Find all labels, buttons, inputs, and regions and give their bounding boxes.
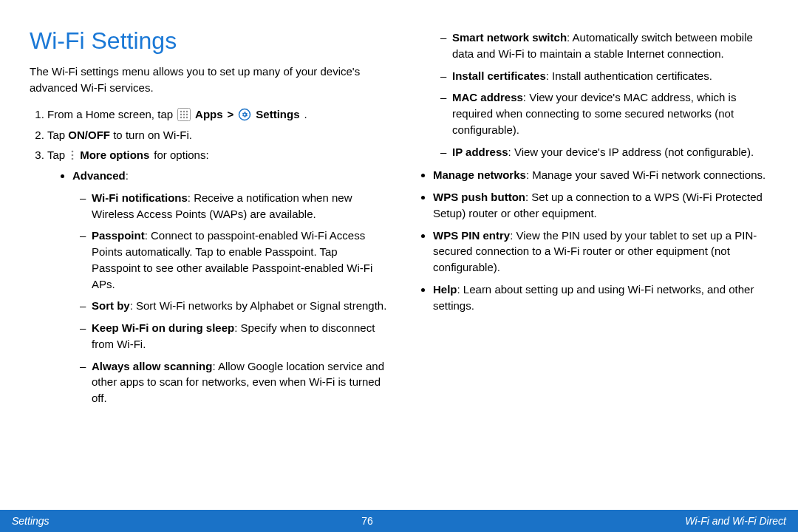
page-number: 76 <box>361 515 373 527</box>
svg-point-5 <box>183 114 185 115</box>
item-term: Manage networks <box>433 168 526 181</box>
advanced-label: Advanced <box>72 169 126 182</box>
manual-page: Wi-Fi Settings The Wi-Fi settings menu a… <box>0 0 798 532</box>
item-desc: : View your device's IP address (not con… <box>508 146 754 158</box>
advanced-sublist: Wi-Fi notifications: Receive a notificat… <box>72 190 387 406</box>
svg-point-3 <box>186 111 188 112</box>
list-item: Keep Wi-Fi on during sleep: Specify when… <box>84 320 387 352</box>
item-term: WPS push button <box>433 191 525 203</box>
apps-label: Apps <box>195 106 223 123</box>
more-options-icon <box>69 149 75 161</box>
svg-point-4 <box>180 114 182 115</box>
item-term: Passpoint <box>92 229 145 242</box>
page-footer: Settings 76 Wi-Fi and Wi-Fi Direct <box>0 510 798 532</box>
svg-point-10 <box>239 109 250 120</box>
svg-point-9 <box>186 117 188 118</box>
apps-icon <box>177 108 191 121</box>
footer-left: Settings <box>12 515 50 527</box>
list-item: WPS push button: Set up a connection to … <box>433 189 768 222</box>
svg-point-7 <box>180 117 182 118</box>
list-item: WPS PIN entry: View the PIN used by your… <box>433 228 768 276</box>
intro-text: The Wi-Fi settings menu allows you to se… <box>30 64 387 96</box>
list-item: Smart network switch: Automatically swit… <box>445 30 768 62</box>
step-3: Tap More options for options: Advanced: … <box>47 147 387 406</box>
item-term: MAC address <box>452 91 523 103</box>
list-item: Wi-Fi notifications: Receive a notificat… <box>84 190 387 222</box>
list-item: Manage networks: Manage your saved Wi-Fi… <box>433 167 768 183</box>
period: . <box>304 106 307 123</box>
step-text: for options: <box>154 147 208 163</box>
item-desc: : Manage your saved Wi-Fi network connec… <box>526 168 765 181</box>
item-desc: : Learn about setting up and using Wi-Fi… <box>433 283 754 312</box>
list-item: Install certificates: Install authentica… <box>445 68 768 84</box>
item-term: Smart network switch <box>452 31 567 44</box>
step-text: Tap <box>47 129 68 141</box>
item-desc: : Install authentication certificates. <box>546 69 712 82</box>
gear-icon <box>238 108 251 121</box>
separator: > <box>228 106 234 123</box>
item-term: Keep Wi-Fi on during sleep <box>92 321 234 334</box>
list-item: MAC address: View your device's MAC addr… <box>445 89 768 137</box>
svg-point-1 <box>180 111 182 112</box>
svg-point-12 <box>72 154 74 157</box>
svg-point-2 <box>183 111 185 112</box>
step-text: From a Home screen, tap <box>47 106 173 123</box>
svg-point-8 <box>183 117 185 118</box>
page-title: Wi-Fi Settings <box>30 24 387 58</box>
settings-label: Settings <box>256 106 299 123</box>
item-term: WPS PIN entry <box>433 229 510 242</box>
options-list: Manage networks: Manage your saved Wi-Fi… <box>421 167 768 313</box>
left-column: Wi-Fi Settings The Wi-Fi settings menu a… <box>30 24 387 510</box>
item-term: Install certificates <box>452 69 546 82</box>
item-term: Sort by <box>92 299 130 312</box>
right-column: Smart network switch: Automatically swit… <box>411 24 768 510</box>
list-item: Passpoint: Connect to passpoint-enabled … <box>84 228 387 292</box>
item-term: Help <box>433 283 457 296</box>
advanced-bullet: Advanced: Wi-Fi notifications: Receive a… <box>59 168 387 406</box>
item-term: Wi-Fi notifications <box>92 191 188 204</box>
onoff-label: ON/OFF <box>68 129 110 141</box>
step-text: Tap <box>47 147 65 163</box>
list-item: Always allow scanning: Allow Google loca… <box>84 358 387 406</box>
svg-point-11 <box>72 151 74 153</box>
more-options-label: More options <box>80 147 149 163</box>
footer-right: Wi-Fi and Wi-Fi Direct <box>685 515 786 527</box>
list-item: Sort by: Sort Wi-Fi networks by Alphabet… <box>84 298 387 314</box>
item-term: Always allow scanning <box>92 360 212 372</box>
svg-point-6 <box>186 114 188 115</box>
list-item: IP address: View your device's IP addres… <box>445 144 768 160</box>
step-text: to turn on Wi-Fi. <box>110 129 192 141</box>
step-2: Tap ON/OFF to turn on Wi-Fi. <box>47 127 387 143</box>
step-1: From a Home screen, tap Apps > <box>47 106 387 123</box>
svg-point-13 <box>72 158 74 160</box>
list-item: Help: Learn about setting up and using W… <box>433 282 768 314</box>
steps-list: From a Home screen, tap Apps > <box>30 106 387 406</box>
item-term: IP address <box>452 146 508 158</box>
advanced-item: Advanced: Wi-Fi notifications: Receive a… <box>72 168 387 406</box>
advanced-sublist-continued: Smart network switch: Automatically swit… <box>433 30 768 160</box>
item-desc: : Sort Wi-Fi networks by Alphabet or Sig… <box>130 299 387 312</box>
